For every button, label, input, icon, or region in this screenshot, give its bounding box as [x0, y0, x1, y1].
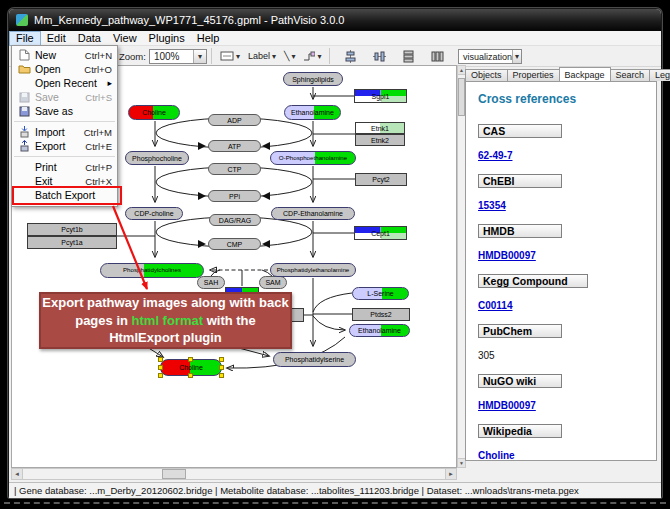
- zoom-label: Zoom:: [119, 51, 146, 62]
- node-ptdss2[interactable]: Ptdss2: [352, 308, 410, 321]
- menu-file[interactable]: File: [9, 31, 41, 46]
- connector-icon: [303, 51, 315, 62]
- menu-item-save-as[interactable]: Save as: [12, 104, 117, 118]
- node-sam[interactable]: SAM: [259, 276, 287, 289]
- menu-item-export[interactable]: Export Ctrl+E: [12, 139, 117, 153]
- chebi-link[interactable]: 15354: [478, 200, 506, 211]
- cas-link[interactable]: 62-49-7: [478, 150, 512, 161]
- menu-item-open-recent[interactable]: Open Recent ▸: [12, 76, 117, 90]
- cross-references-heading: Cross references: [478, 92, 644, 106]
- node-etnk2[interactable]: Etnk2: [355, 134, 405, 146]
- nugo-link[interactable]: HMDB00097: [478, 400, 536, 411]
- menu-shortcut: Ctrl+E: [85, 141, 112, 152]
- node-ethanolamine-top[interactable]: Ethanolamine: [284, 105, 341, 120]
- menu-item-new[interactable]: New Ctrl+N: [12, 48, 117, 62]
- section-header: CAS: [478, 124, 562, 138]
- align-center-y-icon: [373, 50, 386, 63]
- tab-objects[interactable]: Objects: [465, 69, 508, 81]
- node-pcyt1a[interactable]: Pcyt1a: [27, 236, 117, 249]
- node-pcyt2[interactable]: Pcyt2: [355, 173, 407, 186]
- annotation-line1: Export pathway images along with back: [41, 294, 290, 312]
- node-phosphatidylethanolamine[interactable]: Phosphatidylethanolamine: [270, 263, 356, 277]
- align-center-x-icon: [344, 50, 357, 63]
- import-icon: [15, 126, 33, 138]
- node-cdp-ethanolamine[interactable]: CDP-Ethanolamine: [271, 207, 355, 220]
- node-ppi[interactable]: PPi: [208, 190, 261, 202]
- chevron-down-icon[interactable]: ▾: [272, 52, 276, 61]
- node-choline-top[interactable]: Choline: [128, 105, 180, 120]
- node-cmp[interactable]: CMP: [208, 238, 261, 250]
- stack-vertical-icon: [402, 50, 415, 63]
- section-header: PubChem: [478, 324, 562, 338]
- section-header: ChEBI: [478, 174, 562, 188]
- align-center-y-button[interactable]: [369, 48, 390, 65]
- node-cept1[interactable]: Cept1: [354, 226, 407, 240]
- menu-edit[interactable]: Edit: [41, 31, 72, 46]
- menu-item-import[interactable]: Import Ctrl+M: [12, 125, 117, 139]
- chevron-down-icon[interactable]: ▾: [512, 50, 521, 63]
- visualization-value: visualization: [463, 52, 512, 62]
- scroll-left-icon[interactable]: ◄: [12, 469, 23, 479]
- node-ethanolamine-bottom[interactable]: Ethanolamine: [349, 324, 410, 337]
- datanode-tool-button[interactable]: ▾: [216, 48, 244, 65]
- node-phosphatidylserine[interactable]: Phosphatidylserine: [273, 352, 356, 367]
- wikipedia-link[interactable]: Choline: [478, 450, 515, 461]
- node-sphingolipids[interactable]: Sphingolipids: [283, 72, 343, 86]
- menu-item-batch-export[interactable]: Batch Export: [12, 188, 117, 202]
- hmdb-link[interactable]: HMDB00097: [478, 250, 536, 261]
- chevron-down-icon[interactable]: ▾: [317, 52, 321, 61]
- node-sgpl1[interactable]: Sgpl1: [354, 89, 407, 103]
- node-dag-rag[interactable]: DAG/RAG: [209, 214, 261, 226]
- node-ctp[interactable]: CTP: [208, 163, 261, 175]
- chevron-down-icon[interactable]: ▾: [236, 52, 240, 61]
- node-o-phosphoethanolamine[interactable]: O-Phosphoethanolamine: [270, 151, 356, 165]
- node-adp[interactable]: ADP: [208, 114, 261, 126]
- label-tool-text: Label: [248, 51, 270, 61]
- menu-data[interactable]: Data: [72, 31, 107, 46]
- bp-section-chebi: ChEBI 15354: [478, 174, 644, 224]
- canvas-horizontal-scrollbar[interactable]: ◄ ►: [11, 468, 457, 480]
- tab-backpage[interactable]: Backpage: [559, 67, 611, 81]
- chevron-down-icon[interactable]: ▾: [193, 50, 206, 63]
- menu-item-exit[interactable]: Exit Ctrl+X: [12, 174, 117, 188]
- chevron-down-icon[interactable]: ▾: [291, 52, 295, 61]
- scroll-up-icon[interactable]: ▲: [458, 66, 465, 75]
- vertical-scroll-thumb[interactable]: [458, 78, 465, 116]
- scroll-down-icon[interactable]: ▼: [458, 458, 465, 467]
- tab-legend[interactable]: Legend: [649, 69, 670, 81]
- zoom-value: 100%: [154, 51, 180, 62]
- menu-shortcut: Ctrl+N: [85, 50, 112, 61]
- align-center-x-button[interactable]: [340, 48, 361, 65]
- visualization-combobox[interactable]: visualization ▾: [458, 49, 522, 64]
- stack-horizontal-button[interactable]: [427, 48, 448, 65]
- menu-item-label: Save: [33, 91, 85, 103]
- node-atp[interactable]: ATP: [208, 140, 261, 152]
- menu-plugins[interactable]: Plugins: [143, 31, 191, 46]
- scroll-right-icon[interactable]: ►: [445, 469, 456, 479]
- menu-item-print[interactable]: Print Ctrl+P: [12, 160, 117, 174]
- bp-section-hmdb: HMDB HMDB00097: [478, 224, 644, 274]
- connector-tool-button[interactable]: ▾: [299, 48, 325, 65]
- tab-search[interactable]: Search: [610, 69, 651, 81]
- zoom-combobox[interactable]: 100% ▾: [149, 49, 207, 64]
- horizontal-scroll-thumb[interactable]: [162, 469, 186, 479]
- node-l-serine[interactable]: L-Serine: [352, 287, 409, 300]
- node-pcyt1b[interactable]: Pcyt1b: [27, 223, 117, 236]
- menu-view[interactable]: View: [107, 31, 143, 46]
- kegg-link[interactable]: C00114: [478, 300, 512, 311]
- node-etnk1[interactable]: Etnk1: [355, 122, 405, 134]
- tab-properties[interactable]: Properties: [507, 69, 560, 81]
- node-cdp-choline[interactable]: CDP-choline: [125, 207, 183, 220]
- submenu-arrow-icon: ▸: [107, 78, 112, 88]
- node-sah[interactable]: SAH: [197, 276, 225, 289]
- line-tool-button[interactable]: ╲ ▾: [280, 48, 299, 65]
- title-bar[interactable]: Mm_Kennedy_pathway_WP1771_45176.gpml - P…: [9, 9, 661, 31]
- stack-vertical-button[interactable]: [398, 48, 419, 65]
- node-choline-selected[interactable]: Choline: [160, 359, 222, 376]
- label-tool-button[interactable]: Label ▾: [244, 48, 280, 65]
- menu-item-open[interactable]: Open Ctrl+O: [12, 62, 117, 76]
- node-phosphatidylcholines[interactable]: Phosphatidylcholines: [100, 263, 204, 278]
- menu-item-save[interactable]: Save Ctrl+S: [12, 90, 117, 104]
- node-phosphocholine[interactable]: Phosphocholine: [125, 151, 189, 165]
- menu-help[interactable]: Help: [191, 31, 226, 46]
